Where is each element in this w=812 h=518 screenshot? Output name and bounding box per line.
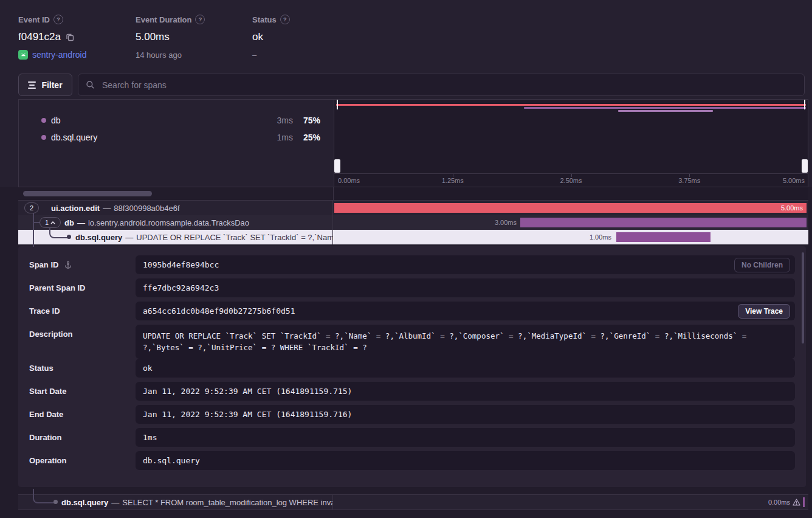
event-duration-value: 5.00ms [136,31,170,43]
span-bar [803,497,805,507]
parent-span-id-field: ffe7dbc92a6942c3 [136,278,795,297]
filter-button-label: Filter [41,80,62,90]
trace-id-field: a654cc61dc0b48ef9d0b27275b6f0d51 View Tr… [136,302,795,320]
op-percentage: 25% [295,133,320,142]
project-link[interactable]: sentry-android [32,50,87,60]
event-id-value: f0491c2a [18,31,61,43]
minimap-plot[interactable] [334,100,808,174]
help-icon[interactable]: ? [53,15,63,24]
help-icon[interactable]: ? [280,15,290,24]
parent-span-id-label: Parent Span ID [29,283,85,292]
time-axis: 0.00ms 1.25ms 2.50ms 3.75ms 5.00ms [334,173,808,187]
span-bar [616,232,710,242]
minimap-right-handle[interactable] [802,100,808,174]
span-description: io.sentry.android.roomsample.data.Tracks… [88,218,249,227]
event-duration-label: Event Duration [136,15,191,24]
axis-tick: 2.50ms [560,177,582,184]
span-detail-panel: Span ID 1095bd4ef8e94bcc No Children Par… [18,246,806,487]
span-description: UPDATE OR REPLACE `Track` SET `TrackId` … [136,233,333,242]
span-row-db-sql-query-select[interactable]: db.sql.query — SELECT * FROM room_table_… [18,494,808,510]
status-sub: – [252,50,256,60]
tree-node-dot [67,235,71,239]
detail-status-label: Status [29,364,53,373]
description-label: Description [29,330,73,339]
vertical-scrollbar[interactable] [802,252,804,344]
span-row-db-sql-query-selected[interactable]: db.sql.query — UPDATE OR REPLACE `Track`… [18,230,808,244]
minimap-bar-db-sql-query [618,110,713,112]
filter-icon [28,81,36,89]
description-field: UPDATE OR REPLACE `Track` SET `TrackId` … [136,325,795,359]
span-op: db.sql.query [75,233,122,242]
event-age: 14 hours ago [136,50,182,60]
operation-field: db.sql.query [136,451,795,470]
event-id-label: Event ID [18,15,50,24]
op-duration: 3ms [250,116,293,125]
start-date-field: Jan 11, 2022 9:52:39 AM CET (1641891159.… [136,382,795,401]
op-name: db [51,116,61,125]
minimap-left-handle[interactable] [334,100,340,174]
span-op: db.sql.query [61,498,108,507]
axis-tick: 1.25ms [442,177,464,184]
filter-button[interactable]: Filter [18,74,72,96]
span-duration: 5.00ms [781,204,803,212]
op-color-dot [41,135,46,140]
trace-id-label: Trace ID [29,306,60,316]
span-tree: ui.action.edit — 88f300998a0b4e6f 5.00ms… [18,200,808,244]
span-description: 88f300998a0b4e6f [114,204,179,213]
start-date-label: Start Date [29,387,66,396]
tree-connector-elbow [33,489,54,503]
help-icon[interactable]: ? [195,15,205,24]
operation-label: Operation [29,456,66,465]
status-value: ok [252,31,263,43]
span-duration: 1.00ms [333,233,611,241]
span-row-db[interactable]: db — io.sentry.android.roomsample.data.T… [18,215,808,230]
android-platform-icon [18,50,28,60]
op-duration: 1ms [250,133,293,142]
detail-status-field: ok [136,359,795,378]
chevron-up-icon [50,221,55,224]
tree-connector-elbow [49,228,67,238]
horizontal-scrollbar[interactable] [23,191,152,196]
span-id-label: Span ID [29,260,58,269]
search-input[interactable] [101,80,797,91]
span-collapse-pill[interactable]: 1 [40,217,61,228]
event-id-block: Event ID ? f0491c2a sentry-android [18,15,87,60]
duration-field: 1ms [136,428,795,447]
minimap-bar-ui-action-edit [336,104,806,106]
event-duration-block: Event Duration ? 5.00ms 14 hours ago [136,15,205,60]
span-row-ui-action-edit[interactable]: ui.action.edit — 88f300998a0b4e6f 5.00ms [18,201,808,215]
ops-breakdown-row-db-sql-query: db.sql.query 1ms 25% [19,130,334,145]
span-children-count-pill[interactable]: 2 [24,202,39,213]
tree-connector-line [34,222,40,223]
op-percentage: 75% [295,116,320,125]
end-date-label: End Date [29,410,63,419]
tree-connector-line [33,213,34,247]
span-op: ui.action.edit [51,204,100,213]
span-duration: 0.00ms [768,499,790,506]
span-bar [520,218,807,227]
minimap-bar-db [524,107,806,109]
op-color-dot [41,118,46,123]
view-trace-button[interactable]: View Trace [738,304,790,319]
minimap[interactable]: 0.00ms 1.25ms 2.50ms 3.75ms 5.00ms [334,100,808,187]
ops-breakdown-row-db: db 3ms 75% [19,113,334,128]
duration-label: Duration [29,433,61,442]
warning-icon [793,499,800,506]
end-date-field: Jan 11, 2022 9:52:39 AM CET (1641891159.… [136,405,795,424]
search-box[interactable] [78,74,805,96]
axis-tick: 5.00ms [783,177,805,184]
span-detail-page: Event ID ? f0491c2a sentry-android [0,0,812,518]
trace-minimap-section: db 3ms 75% db.sql.query 1ms 25% [18,99,808,187]
span-duration: 3.00ms [333,219,517,226]
no-children-badge: No Children [734,258,790,272]
status-block: Status ? ok – [252,15,290,60]
span-id-field: 1095bd4ef8e94bcc No Children [136,255,795,274]
search-icon [86,80,95,89]
anchor-icon[interactable] [64,261,72,269]
copy-icon[interactable] [66,33,74,41]
span-bar: 5.00ms [334,203,807,213]
axis-tick: 0.00ms [338,177,360,184]
tree-node-dot [53,500,58,504]
span-description: SELECT * FROM room_table_modification_lo… [122,498,333,507]
status-label: Status [252,15,277,24]
